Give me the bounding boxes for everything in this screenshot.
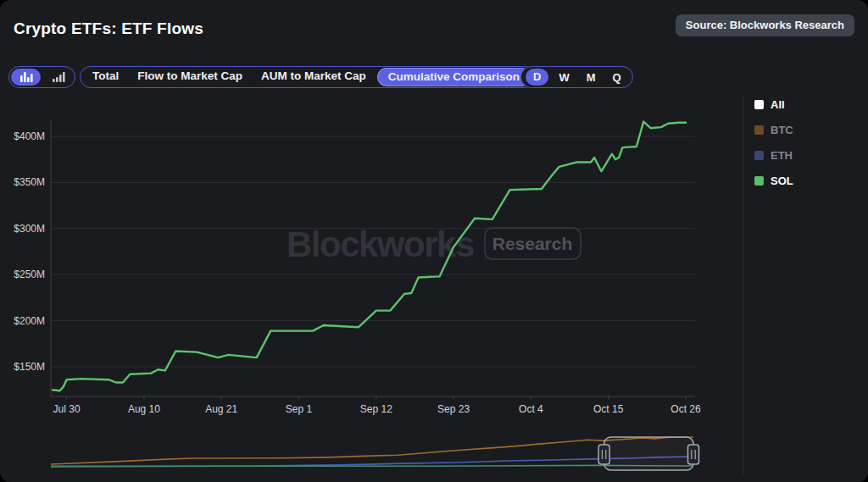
tab-aum-to-market-cap[interactable]: AUM to Market Cap (252, 66, 376, 88)
interval-quarter-button[interactable]: Q (604, 71, 630, 84)
all-swatch (754, 100, 764, 109)
bar-chart-icon-button[interactable] (11, 69, 41, 86)
ascending-bar-chart-icon-button[interactable] (43, 69, 73, 86)
source-badge: Source: Blockworks Research (676, 14, 854, 36)
brush-handle-left[interactable] (598, 445, 609, 464)
legend-label: SOL (771, 175, 793, 187)
interval-month-button[interactable]: M (578, 71, 604, 84)
x-axis-tick-label: Oct 26 (670, 403, 701, 415)
view-tab-group: Total Flow to Market Cap AUM to Market C… (80, 66, 536, 88)
watermark-brand: Blockworks (287, 224, 474, 264)
x-axis-tick-label: Oct 4 (519, 403, 543, 415)
y-axis-tick-label: $400M (14, 130, 45, 142)
legend-item-sol[interactable]: SOL (754, 175, 793, 187)
dashboard-card: $150M$200M$250M$300M$350M$400MJul 30Aug … (0, 0, 868, 482)
brush-handle-right[interactable] (688, 445, 699, 464)
x-axis-tick-label: Aug 21 (205, 403, 237, 415)
btc-swatch (754, 125, 764, 135)
interval-week-button[interactable]: W (550, 71, 577, 84)
interval-toggle-group: D W M Q (520, 66, 633, 88)
navigator-brush-window[interactable] (604, 437, 693, 470)
eth-swatch (754, 151, 764, 160)
y-axis-tick-label: $350M (14, 176, 45, 188)
y-axis-tick-label: $300M (14, 223, 45, 235)
navigator-line-btc (51, 437, 693, 464)
legend-label: BTC (771, 124, 793, 136)
legend-item-all[interactable]: All (754, 98, 793, 111)
legend-label: ETH (771, 149, 793, 162)
legend-item-eth[interactable]: ETH (754, 149, 793, 162)
sol-swatch (754, 176, 764, 186)
page-title: Crypto ETFs: ETF Flows (14, 19, 203, 38)
chart-type-toggle-group (8, 66, 75, 88)
interval-day-button[interactable]: D (526, 69, 548, 86)
y-axis-tick-label: $150M (14, 361, 45, 373)
y-axis-tick-label: $250M (14, 269, 45, 280)
x-axis-tick-label: Aug 10 (128, 403, 160, 415)
watermark-sub: Research (492, 234, 573, 253)
ascending-bar-chart-icon (52, 71, 65, 83)
bar-chart-icon (19, 71, 33, 83)
x-axis-tick-label: Jul 30 (53, 403, 81, 415)
x-axis-tick-label: Sep 12 (360, 403, 392, 415)
legend-label: All (771, 98, 785, 111)
tab-flow-to-market-cap[interactable]: Flow to Market Cap (128, 66, 252, 88)
tab-cumulative-comparison[interactable]: Cumulative Comparison (377, 68, 531, 86)
legend: All BTC ETH SOL (754, 98, 793, 200)
legend-item-btc[interactable]: BTC (754, 124, 793, 136)
x-axis-tick-label: Oct 15 (593, 403, 624, 415)
navigator-line-sol (51, 465, 693, 466)
tab-total[interactable]: Total (83, 66, 128, 88)
x-axis-tick-label: Sep 1 (286, 403, 313, 415)
y-axis-tick-label: $200M (14, 315, 45, 327)
x-axis-tick-label: Sep 23 (437, 403, 470, 415)
